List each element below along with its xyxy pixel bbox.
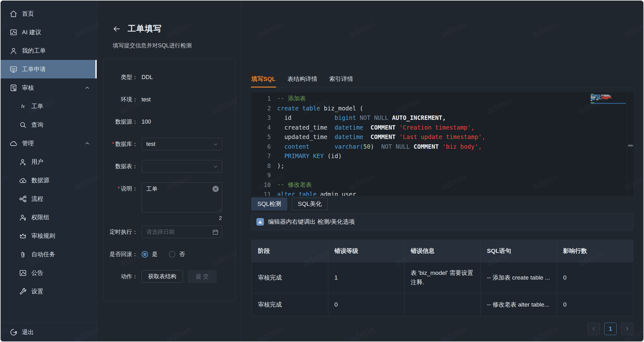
sidebar-item-ai-suggest[interactable]: AI 建议 (1, 23, 97, 41)
app-window: 首页AI 建议我的工单SQL工单申请审核fx工单查询管理用户数据源流程权限组审核… (0, 0, 644, 342)
code-line-2: 2create table biz_model ( (251, 104, 633, 113)
table-cell: 审核完成 (252, 262, 328, 293)
sidebar-item-perm-group[interactable]: 权限组 (1, 208, 97, 227)
database-select[interactable]: test (142, 138, 222, 150)
sidebar-item-audit-rules[interactable]: 审核规则 (1, 227, 97, 245)
calendar-icon (212, 229, 219, 235)
sidebar-item-label: 审核 (22, 84, 34, 92)
line-number: 4 (251, 124, 277, 131)
sidebar-logout-section: 退出 (1, 323, 97, 341)
table-cell: -- 添加表 create table ... (480, 262, 557, 293)
sidebar-item-label: 我的工单 (22, 47, 46, 55)
schedule-date-input[interactable]: 请选择日期 (142, 226, 222, 238)
get-table-structure-button[interactable]: 获取表结构 (142, 270, 183, 283)
table-select[interactable] (142, 160, 222, 173)
line-number: 7 (251, 152, 277, 159)
sql-check-button[interactable]: SQL检测 (251, 198, 287, 210)
tab-fill-sql[interactable]: 填写SQL (251, 71, 276, 87)
datasource-value: 100 (142, 115, 151, 128)
chevron-down-icon (212, 163, 219, 170)
env-label: 环境： (103, 93, 142, 106)
rollback-no-option[interactable]: 否 (169, 250, 185, 258)
sidebar-item-datasource[interactable]: 数据源 (1, 171, 97, 190)
sidebar-item-manage[interactable]: 管理 (1, 134, 97, 152)
sidebar-item-my-tickets[interactable]: 我的工单 (1, 41, 97, 60)
column-header: SQL语句 (480, 240, 557, 262)
line-number: 5 (251, 133, 277, 140)
sidebar-item-home[interactable]: 首页 (1, 4, 97, 23)
tip-text: 编辑器内右键调出 检测/美化选项 (268, 218, 355, 226)
current-page-button[interactable]: 1 (604, 323, 617, 335)
pagination: 1 (251, 323, 633, 335)
check-result-table-wrap: 阶段错误等级错误信息SQL语句影响行数 审核完成1表 'biz_model' 需… (251, 240, 633, 316)
line-number: 1 (251, 95, 277, 102)
radio-checked-icon (142, 251, 148, 258)
chevron-up-icon (84, 85, 90, 91)
back-arrow-icon[interactable] (113, 25, 121, 33)
form-row-env: 环境： test (103, 93, 228, 106)
table-cell: 表 'biz_model' 需要设置注释. (404, 262, 480, 293)
sidebar-item-auto-tasks[interactable]: 自动任务 (1, 245, 97, 264)
sidebar-item-label: 设置 (31, 287, 43, 296)
paperclip-icon (19, 250, 27, 259)
sql-panel: 填写SQL表结构详情索引详情 1-- 添加表2create table biz_… (241, 1, 643, 341)
rollback-yes-option[interactable]: 是 (142, 250, 158, 258)
sql-action-buttons: SQL检测 SQL美化 (251, 198, 633, 210)
submit-button[interactable]: 提 交 (188, 270, 217, 283)
table-cell: 审核完成 (252, 293, 328, 316)
fx-icon: fx (19, 102, 27, 110)
schedule-placeholder: 请选择日期 (146, 228, 174, 236)
sidebar-item-users[interactable]: 用户 (1, 152, 97, 171)
description-value: 工单 (146, 186, 158, 192)
sidebar-item-label: 退出 (22, 328, 34, 336)
table-cell: 0 (557, 262, 633, 293)
prev-page-button[interactable] (588, 323, 600, 335)
required-star: * (117, 185, 120, 192)
column-header: 错误信息 (404, 240, 480, 262)
wrench-icon (19, 287, 27, 296)
sidebar-item-label: 权限组 (31, 213, 49, 222)
sidebar-item-audit[interactable]: 审核 (1, 78, 97, 97)
sidebar-item-settings[interactable]: 设置 (1, 282, 97, 301)
table-cell: 1 (328, 262, 404, 293)
sidebar-item-label: 首页 (22, 10, 34, 18)
editor-scrollbar-thumb[interactable] (628, 145, 633, 147)
chart-icon (9, 28, 18, 36)
code-line-1: 1-- 添加表 (251, 94, 633, 104)
next-page-button[interactable] (621, 323, 633, 335)
code-line-10: 10-- 修改老表 (251, 180, 633, 190)
sidebar-item-audit-ticket[interactable]: fx工单 (1, 97, 97, 115)
sidebar: 首页AI 建议我的工单SQL工单申请审核fx工单查询管理用户数据源流程权限组审核… (1, 1, 97, 341)
sidebar-item-announcement[interactable]: 公告 (1, 264, 97, 282)
form-row-database: *数据库： test (103, 138, 228, 150)
line-number: 3 (251, 114, 277, 121)
sidebar-item-label: AI 建议 (22, 28, 41, 36)
page-header: 工单填写 (97, 1, 241, 34)
ticket-form-card: 类型： DDL 环境： test 数据源： 100 *数据库： test (103, 59, 235, 301)
description-textarea[interactable]: 工单 ✕ 2 (142, 182, 222, 212)
sql-editor[interactable]: 1-- 添加表2create table biz_model (3 id big… (251, 92, 633, 196)
minimap-separator (627, 92, 627, 196)
sidebar-item-logout[interactable]: 退出 (1, 323, 97, 341)
svg-text:fx: fx (21, 104, 25, 109)
sidebar-item-label: 公告 (31, 269, 43, 277)
sidebar-item-ticket-apply[interactable]: SQL工单申请 (1, 60, 97, 78)
sidebar-item-flow[interactable]: 流程 (1, 190, 97, 208)
main-area: 工单填写 填写提交信息并对SQL进行检测 类型： DDL 环境： test 数据… (97, 1, 643, 341)
sidebar-item-label: 自动任务 (31, 250, 55, 259)
code-line-6: 6 content varchar(50) NOT NULL COMMENT '… (251, 142, 633, 152)
sql-beautify-button[interactable]: SQL美化 (292, 198, 328, 210)
table-header-row: 阶段错误等级错误信息SQL语句影响行数 (252, 240, 633, 262)
logout-icon (9, 328, 18, 336)
resize-handle-icon[interactable] (217, 208, 221, 211)
cloud-db-icon (19, 176, 27, 184)
chevron-up-icon (84, 140, 90, 147)
sidebar-item-audit-query[interactable]: 查询 (1, 115, 97, 134)
clear-icon[interactable]: ✕ (212, 186, 219, 192)
database-label: *数据库： (103, 138, 142, 150)
line-number: 10 (251, 181, 277, 188)
description-label: *说明： (103, 182, 142, 195)
chevron-left-icon (591, 326, 597, 332)
tab-table-structure[interactable]: 表结构详情 (287, 71, 317, 87)
tab-index-detail[interactable]: 索引详情 (329, 71, 353, 87)
